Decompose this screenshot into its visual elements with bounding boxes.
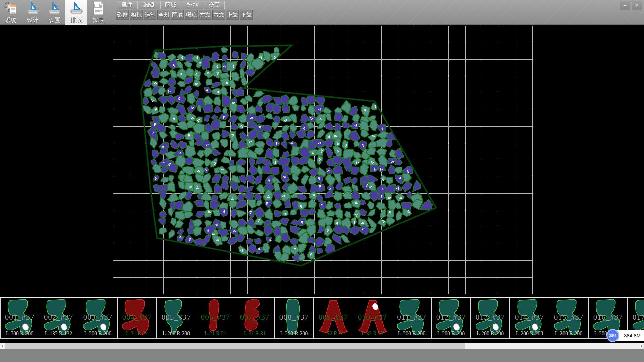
piece-thumbnail-15[interactable]: 015_#37L:200 R:200 xyxy=(549,298,589,338)
menu-item-2[interactable]: 区域 xyxy=(160,1,181,9)
piece-thumbnail-6[interactable]: 006_#37L:21 R:21 xyxy=(196,298,235,338)
nav-tab-label: 设置 xyxy=(49,16,60,24)
nav-tab-label: 报表 xyxy=(93,16,104,24)
tool-button-5[interactable]: 瑕疵 xyxy=(185,10,198,20)
tool-bar: 聚排相机选割全割区域瑕疵左靠右靠上靠下靠 xyxy=(116,10,253,20)
nesting-canvas[interactable] xyxy=(0,25,644,297)
tool-button-0[interactable]: 聚排 xyxy=(116,10,129,20)
piece-shape xyxy=(549,298,589,338)
tool-button-6[interactable]: 左靠 xyxy=(199,10,211,20)
minimize-button[interactable]: – xyxy=(620,1,630,10)
nav-tab-layout[interactable]: 排版 xyxy=(65,0,87,25)
status-bar xyxy=(0,349,644,362)
piece-thumbnail-12[interactable]: 012_#37L:200 R:200 xyxy=(432,298,471,338)
piece-shape xyxy=(157,298,196,338)
settings-icon xyxy=(48,1,61,15)
layout-icon xyxy=(70,1,83,15)
horizontal-scrollbar[interactable]: ‹ › xyxy=(0,343,644,349)
piece-shape xyxy=(118,298,157,338)
piece-thumbnail-5[interactable]: 005_#37L:200 R:200 xyxy=(157,298,196,338)
scroll-left-arrow[interactable]: ‹ xyxy=(0,343,5,349)
piece-shape xyxy=(432,298,471,338)
piece-thumbnail-8[interactable]: 008_#37L:200 R:200 xyxy=(275,298,314,338)
menu-bar: 属性编辑区域排料交互 xyxy=(117,1,225,9)
menu-item-1[interactable]: 编辑 xyxy=(139,1,159,9)
piece-shape xyxy=(471,298,510,338)
close-button[interactable]: × xyxy=(632,1,642,10)
pieces-strip: 001_#37L:700 R:700002_#37L:132 R:132003_… xyxy=(0,297,644,339)
piece-thumbnail-4[interactable]: 004_#37L:31 R:31 xyxy=(118,298,157,338)
toolbar: 系统设计设置排版报表 属性编辑区域排料交互 聚排相机选割全割区域瑕疵左靠右靠上靠… xyxy=(0,0,644,25)
piece-shape xyxy=(314,298,353,338)
piece-shape xyxy=(196,298,235,338)
window-controls: – × xyxy=(620,1,642,10)
progress-circle[interactable]: 38% xyxy=(606,329,619,342)
design-icon xyxy=(26,1,40,15)
piece-thumbnail-2[interactable]: 002_#37L:132 R:132 xyxy=(39,298,78,338)
tool-button-3[interactable]: 全割 xyxy=(157,10,170,20)
tool-button-4[interactable]: 区域 xyxy=(171,10,184,20)
nav-tab-label: 系统 xyxy=(5,16,17,24)
report-icon xyxy=(92,1,105,15)
menu-item-3[interactable]: 排料 xyxy=(182,1,203,9)
nav-tab-report[interactable]: 报表 xyxy=(87,0,109,25)
piece-shape xyxy=(1,298,40,338)
tool-button-8[interactable]: 上靠 xyxy=(226,10,239,20)
tool-button-1[interactable]: 相机 xyxy=(130,10,143,20)
piece-shape xyxy=(510,298,549,338)
piece-shape xyxy=(353,298,392,338)
piece-thumbnail-13[interactable]: 013_#37L:200 R:200 xyxy=(471,298,510,338)
tool-button-9[interactable]: 下靠 xyxy=(240,10,253,20)
piece-thumbnail-11[interactable]: 011_#37L:200 R:200 xyxy=(392,298,432,338)
tool-button-2[interactable]: 选割 xyxy=(144,10,156,20)
nav-tab-system[interactable]: 系统 xyxy=(0,0,22,25)
piece-shape xyxy=(235,298,275,338)
menu-item-0[interactable]: 属性 xyxy=(117,1,138,9)
piece-thumbnail-3[interactable]: 003_#37L:200 R:200 xyxy=(78,298,118,338)
piece-shape xyxy=(392,298,432,338)
nav-tabs: 系统设计设置排版报表 xyxy=(0,0,109,25)
nav-tab-design[interactable]: 设计 xyxy=(22,0,44,25)
scrollbar-thumb[interactable] xyxy=(5,343,465,349)
piece-shape xyxy=(275,298,314,338)
system-icon xyxy=(4,1,18,15)
piece-shape xyxy=(78,298,118,338)
nav-tab-label: 设计 xyxy=(27,16,39,24)
nav-tab-label: 排版 xyxy=(71,16,82,24)
menu-item-4[interactable]: 交互 xyxy=(204,1,225,9)
piece-thumbnail-7[interactable]: 007_#37L:31 R:31 xyxy=(235,298,275,338)
piece-thumbnail-1[interactable]: 001_#37L:700 R:700 xyxy=(0,298,39,338)
piece-thumbnail-9[interactable]: 009_#37L:32 R:31 xyxy=(314,298,353,338)
tool-button-7[interactable]: 右靠 xyxy=(212,10,225,20)
piece-thumbnail-10[interactable]: 010_#37L:33 R:33 xyxy=(353,298,392,338)
nav-tab-settings[interactable]: 设置 xyxy=(44,0,65,25)
piece-shape xyxy=(39,298,78,338)
scroll-right-arrow[interactable]: › xyxy=(639,343,644,349)
piece-thumbnail-14[interactable]: 014_#37L:200 R:200 xyxy=(510,298,549,338)
